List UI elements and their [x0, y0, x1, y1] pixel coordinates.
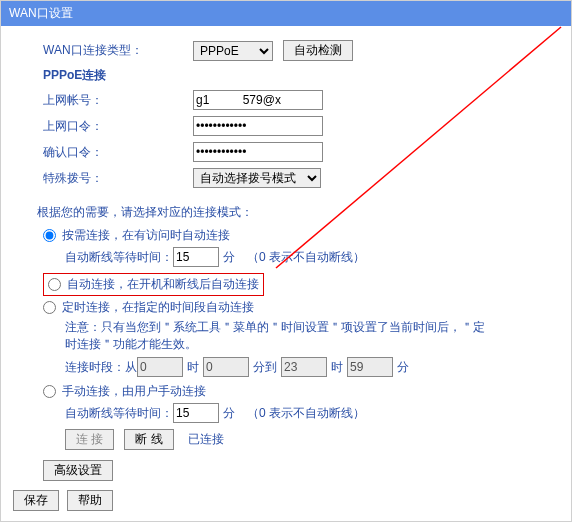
account-label: 上网帐号： — [43, 92, 193, 109]
h2-unit: 时 — [331, 359, 343, 376]
time-h2-input — [281, 357, 327, 377]
mode3-note2: 时连接＂功能才能生效。 — [65, 336, 551, 353]
account-input[interactable] — [193, 90, 323, 110]
dial-label: 特殊拨号： — [43, 170, 193, 187]
mode4-note: （0 表示不自动断线） — [247, 405, 365, 422]
m2-unit: 分 — [397, 359, 409, 376]
wan-type-select[interactable]: PPPoE — [193, 41, 273, 61]
mode4-minutes-input[interactable] — [173, 403, 219, 423]
mode-auto-radio[interactable] — [48, 278, 61, 291]
confirm-label: 确认口令： — [43, 144, 193, 161]
mode4-wait-label: 自动断线等待时间： — [65, 405, 173, 422]
mode-auto-label: 自动连接，在开机和断线后自动连接 — [67, 276, 259, 293]
password-label: 上网口令： — [43, 118, 193, 135]
mode4-unit: 分 — [223, 405, 235, 422]
time-from-label: 连接时段：从 — [65, 359, 137, 376]
save-button[interactable]: 保存 — [13, 490, 59, 511]
mode-manual-radio[interactable] — [43, 385, 56, 398]
mode-ondemand-label: 按需连接，在有访问时自动连接 — [62, 227, 230, 244]
connection-status: 已连接 — [188, 431, 224, 448]
confirm-input[interactable] — [193, 142, 323, 162]
mode-sched-radio[interactable] — [43, 301, 56, 314]
mode-sched-label: 定时连接，在指定的时间段自动连接 — [62, 299, 254, 316]
pppoe-section-label: PPPoE连接 — [43, 67, 551, 84]
dial-select[interactable]: 自动选择拨号模式 — [193, 168, 321, 188]
help-button[interactable]: 帮助 — [67, 490, 113, 511]
time-h1-input — [137, 357, 183, 377]
time-to-label: 分到 — [253, 359, 277, 376]
time-m2-input — [347, 357, 393, 377]
mode-manual-label: 手动连接，由用户手动连接 — [62, 383, 206, 400]
mode-ondemand-radio[interactable] — [43, 229, 56, 242]
advanced-button[interactable]: 高级设置 — [43, 460, 113, 481]
password-input[interactable] — [193, 116, 323, 136]
wan-type-label: WAN口连接类型： — [43, 42, 193, 59]
mode3-note1: 注意：只有当您到＂系统工具＂菜单的＂时间设置＂项设置了当前时间后，＂定 — [65, 319, 551, 336]
time-m1-input — [203, 357, 249, 377]
wan-settings-panel: WAN口设置 WAN口连接类型： PPPoE 自动检测 PPPoE连接 上网帐号… — [0, 0, 572, 522]
h1-unit: 时 — [187, 359, 199, 376]
mode1-minutes-input[interactable] — [173, 247, 219, 267]
mode1-note: （0 表示不自动断线） — [247, 249, 365, 266]
connect-button: 连 接 — [65, 429, 114, 450]
mode1-unit: 分 — [223, 249, 235, 266]
panel-title: WAN口设置 — [1, 1, 571, 26]
mode-prompt: 根据您的需要，请选择对应的连接模式： — [37, 204, 551, 221]
mode1-wait-label: 自动断线等待时间： — [65, 249, 173, 266]
disconnect-button[interactable]: 断 线 — [124, 429, 173, 450]
auto-detect-button[interactable]: 自动检测 — [283, 40, 353, 61]
